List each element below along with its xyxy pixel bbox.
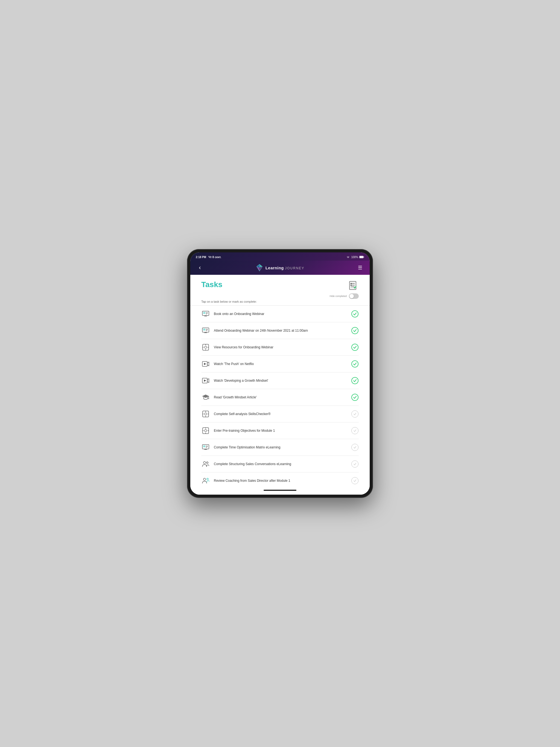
check-completed[interactable] <box>351 377 359 384</box>
task-label: Complete Self-analysis SkillsChecker® <box>214 412 347 416</box>
task-item[interactable]: View Resources for Onboarding Webinar <box>201 339 359 356</box>
svg-line-67 <box>207 478 208 479</box>
check-completed[interactable] <box>351 327 359 334</box>
task-item[interactable]: Enter Pre-training Objectives for Module… <box>201 422 359 439</box>
svg-point-44 <box>205 413 207 415</box>
svg-point-64 <box>203 478 206 481</box>
page-title: Tasks <box>201 280 222 289</box>
incomplete-icon <box>351 427 358 434</box>
check-completed[interactable] <box>351 343 359 351</box>
check-completed[interactable] <box>351 310 359 318</box>
svg-rect-8 <box>350 281 356 289</box>
battery-text: 100% <box>351 256 358 259</box>
check-incomplete[interactable] <box>351 443 359 451</box>
nav-logo: Learning JOURNEY <box>256 264 305 272</box>
completed-icon <box>351 310 358 317</box>
task-item[interactable]: Complete Structuring Sales Conversations… <box>201 456 359 472</box>
svg-rect-17 <box>203 312 205 314</box>
task-item[interactable]: Watch 'The Push' on Netflix <box>201 356 359 372</box>
task-label: View Resources for Onboarding Webinar <box>214 345 347 350</box>
svg-rect-2 <box>364 257 364 258</box>
tasks-subtitle: Tap on a task below or mark as complete: <box>201 300 359 303</box>
svg-marker-38 <box>207 379 209 383</box>
home-indicator <box>263 490 297 491</box>
logo-diamond-icon <box>256 264 263 272</box>
svg-marker-35 <box>207 362 209 366</box>
logo-journey: JOURNEY <box>285 266 304 270</box>
hide-completed-toggle[interactable] <box>349 293 359 299</box>
svg-rect-12 <box>351 283 352 284</box>
hide-completed-label: Hide completed <box>330 295 347 298</box>
svg-point-42 <box>208 398 209 399</box>
incomplete-icon <box>351 444 358 451</box>
task-item[interactable]: Attend Onboarding Webinar on 24th Novemb… <box>201 323 359 339</box>
device-screen: 2:18 PM Чт 8 сент. 100% ‹ <box>190 252 370 495</box>
task-item[interactable]: Complete Self-analysis SkillsChecker® <box>201 406 359 422</box>
task-icon-video <box>201 376 210 385</box>
menu-button[interactable]: ☰ <box>356 264 364 272</box>
check-incomplete[interactable] <box>351 427 359 435</box>
check-incomplete[interactable] <box>351 460 359 468</box>
svg-rect-24 <box>203 329 205 331</box>
task-icon-coaching <box>201 476 210 485</box>
incomplete-icon <box>351 410 358 417</box>
task-label: Watch 'The Push' on Netflix <box>214 362 347 366</box>
bottom-bar-area <box>190 489 370 495</box>
status-icons: 100% <box>346 256 364 259</box>
task-label: Book onto an Onboarding Webinar <box>214 312 347 316</box>
task-list: Book onto an Onboarding Webinar Attend O… <box>201 306 359 489</box>
svg-point-50 <box>205 430 207 432</box>
task-label: Complete Time Optimisation Matrix eLearn… <box>214 445 347 450</box>
svg-point-29 <box>205 346 207 349</box>
svg-marker-40 <box>202 394 209 398</box>
task-item[interactable]: Read 'Growth Mindset Article' <box>201 389 359 406</box>
svg-rect-13 <box>351 285 352 286</box>
task-icon-settings <box>201 410 210 418</box>
task-icon-video <box>201 360 210 368</box>
status-bar: 2:18 PM Чт 8 сент. 100% <box>190 252 370 261</box>
task-label: Enter Pre-training Objectives for Module… <box>214 429 347 433</box>
logo-text: Learning JOURNEY <box>265 265 305 270</box>
task-item[interactable]: Review Coaching from Sales Director afte… <box>201 472 359 489</box>
task-icon-webinar <box>201 443 210 452</box>
completed-icon <box>351 344 358 351</box>
svg-marker-36 <box>204 363 206 365</box>
svg-rect-58 <box>203 445 205 447</box>
task-label: Review Coaching from Sales Director afte… <box>214 479 347 483</box>
check-incomplete[interactable] <box>351 477 359 485</box>
check-completed[interactable] <box>351 393 359 401</box>
status-date: Чт 8 сент. <box>208 256 221 259</box>
toggle-knob <box>350 294 354 298</box>
task-icon-graduation <box>201 393 210 402</box>
task-icon-settings <box>201 426 210 435</box>
device-frame: 2:18 PM Чт 8 сент. 100% ‹ <box>187 249 373 498</box>
wifi-icon <box>346 256 350 258</box>
task-icon-settings <box>201 343 210 352</box>
status-time-date: 2:18 PM Чт 8 сент. <box>196 256 221 259</box>
battery-icon <box>359 256 364 258</box>
completed-icon <box>351 377 358 384</box>
task-label: Complete Structuring Sales Conversations… <box>214 462 347 466</box>
task-icon-webinar <box>201 310 210 318</box>
task-item[interactable]: Book onto an Onboarding Webinar <box>201 306 359 323</box>
svg-point-63 <box>206 462 208 463</box>
svg-rect-1 <box>360 256 363 258</box>
incomplete-icon <box>351 460 358 468</box>
svg-marker-39 <box>204 380 206 382</box>
logo-learning: Learning <box>265 265 284 270</box>
completed-icon <box>351 360 358 367</box>
task-label: Watch 'Developing a Growth Mindset' <box>214 379 347 383</box>
incomplete-icon <box>351 477 358 484</box>
task-label: Attend Onboarding Webinar on 24th Novemb… <box>214 328 347 333</box>
task-item[interactable]: Watch 'Developing a Growth Mindset' <box>201 372 359 389</box>
main-content[interactable]: Tasks Hide completed <box>190 275 370 489</box>
back-button[interactable]: ‹ <box>196 264 204 272</box>
check-incomplete[interactable] <box>351 410 359 418</box>
tasks-header: Tasks <box>201 280 359 291</box>
tasks-checklist-icon <box>348 280 359 291</box>
task-item[interactable]: Complete Time Optimisation Matrix eLearn… <box>201 439 359 456</box>
task-icon-people <box>201 460 210 468</box>
svg-point-62 <box>203 462 206 464</box>
check-completed[interactable] <box>351 360 359 368</box>
completed-icon <box>351 394 358 401</box>
